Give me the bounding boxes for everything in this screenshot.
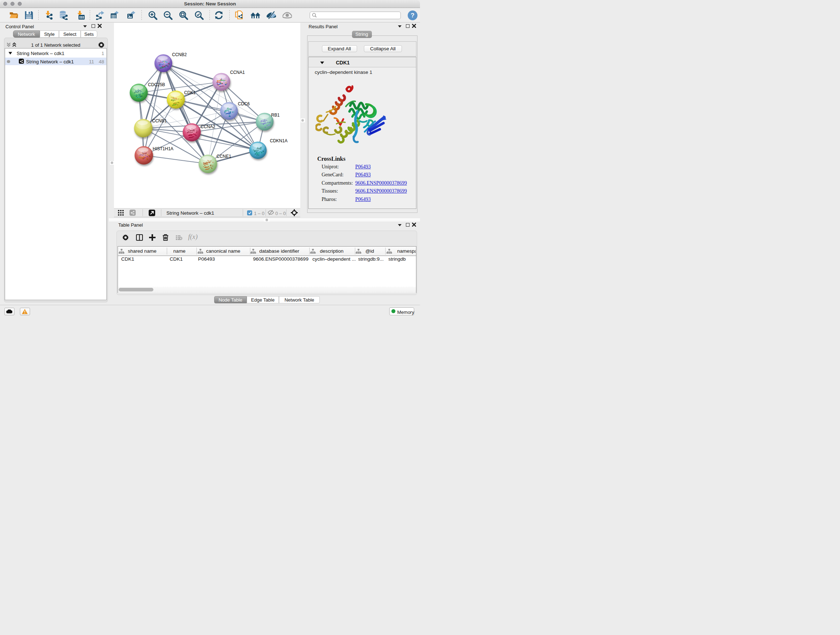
svg-text:CDKN1A: CDKN1A xyxy=(270,138,287,143)
svg-text:HIST1H1A: HIST1H1A xyxy=(153,146,173,151)
svg-text:CCNA1: CCNA1 xyxy=(230,70,245,75)
svg-text:CCNB2: CCNB2 xyxy=(172,52,187,57)
svg-text:CCNB1: CCNB1 xyxy=(152,119,167,124)
svg-text:CDC6: CDC6 xyxy=(238,101,249,106)
svg-text:CDK1: CDK1 xyxy=(184,90,196,95)
svg-text:RB1: RB1 xyxy=(271,112,279,118)
svg-text:CCNE1: CCNE1 xyxy=(216,154,231,159)
svg-text:CCNA2: CCNA2 xyxy=(201,124,215,129)
svg-text:CDC25B: CDC25B xyxy=(148,82,165,87)
